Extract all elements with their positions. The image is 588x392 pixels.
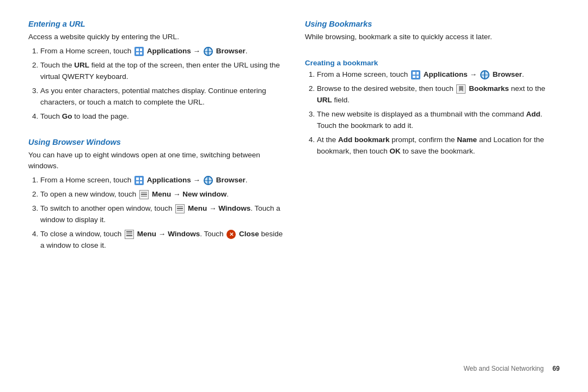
grid-cell bbox=[140, 52, 143, 55]
apps-icon-inner bbox=[136, 48, 142, 54]
browser-windows-steps: From a Home screen, touch Applications → bbox=[28, 175, 283, 252]
new-window-label: New window bbox=[182, 190, 226, 198]
menu-icon bbox=[139, 190, 149, 199]
menu-line bbox=[126, 231, 132, 232]
heading-entering-url: Entering a URL bbox=[28, 20, 283, 28]
url-label2: URL bbox=[317, 96, 332, 104]
browser-label: Browser bbox=[216, 176, 246, 184]
grid-cell bbox=[416, 72, 419, 75]
apps-icon bbox=[134, 47, 144, 56]
bookmarks-icon bbox=[456, 84, 465, 94]
entering-url-steps: From a Home screen, touch Applications → bbox=[28, 46, 283, 122]
list-item: Touch Go to load the page. bbox=[40, 111, 283, 122]
apps-icon-inner bbox=[413, 72, 419, 78]
grid-cell bbox=[140, 48, 143, 51]
list-item: The new website is displayed as a thumbn… bbox=[317, 109, 560, 132]
section-browser-windows: Using Browser Windows You can have up to… bbox=[28, 138, 283, 255]
grid-cell bbox=[136, 181, 139, 184]
page: Entering a URL Access a website quickly … bbox=[0, 0, 588, 392]
section-entering-url: Entering a URL Access a website quickly … bbox=[28, 20, 283, 126]
url-label: URL bbox=[74, 61, 89, 69]
page-footer: Web and Social Networking 69 bbox=[28, 359, 560, 372]
grid-cell bbox=[136, 177, 139, 180]
list-item: Browse to the desired website, then touc… bbox=[317, 83, 560, 106]
browser-label: Browser bbox=[216, 47, 246, 55]
right-column: Using Bookmarks While browsing, bookmark… bbox=[305, 20, 560, 359]
add-label: Add bbox=[526, 110, 540, 118]
globe-icon bbox=[204, 176, 213, 185]
menu-line bbox=[141, 192, 147, 193]
grid-cell bbox=[140, 177, 143, 180]
grid-cell bbox=[136, 48, 139, 51]
list-item: From a Home screen, touch Applications → bbox=[317, 69, 560, 81]
section-using-bookmarks: Using Bookmarks While browsing, bookmark… bbox=[305, 20, 560, 46]
applications-label: Applications bbox=[147, 176, 191, 184]
apps-icon-inner bbox=[136, 177, 142, 183]
menu-lines bbox=[141, 192, 147, 198]
content-columns: Entering a URL Access a website quickly … bbox=[28, 20, 560, 359]
list-item: To close a window, touch Menu → Windows.… bbox=[40, 229, 283, 252]
close-label: Close bbox=[239, 230, 259, 238]
browser-windows-intro: You can have up to eight windows open at… bbox=[28, 150, 283, 172]
menu-label: Menu bbox=[188, 204, 207, 212]
go-label: Go bbox=[62, 112, 72, 120]
globe-icon bbox=[480, 70, 489, 79]
list-item: From a Home screen, touch Applications → bbox=[40, 46, 283, 57]
menu-lines bbox=[126, 231, 132, 237]
x-icon: ✕ bbox=[226, 230, 236, 239]
section-creating-bookmark: Creating a bookmark From a Home screen, … bbox=[305, 58, 560, 160]
menu-label: Menu bbox=[137, 230, 156, 238]
ok-label: OK bbox=[390, 147, 401, 155]
footer-label: Web and Social Networking bbox=[463, 365, 543, 372]
menu-line bbox=[126, 235, 132, 236]
list-item: From a Home screen, touch Applications → bbox=[40, 175, 283, 186]
list-item: Touch the URL field at the top of the sc… bbox=[40, 60, 283, 83]
grid-cell bbox=[416, 76, 419, 78]
menu-icon bbox=[175, 204, 185, 213]
heading-browser-windows: Using Browser Windows bbox=[28, 138, 283, 146]
menu-line bbox=[141, 195, 147, 197]
creating-bookmark-steps: From a Home screen, touch Applications → bbox=[305, 69, 560, 157]
menu-label: Menu bbox=[152, 190, 171, 198]
name-label: Name bbox=[457, 136, 477, 144]
menu-line bbox=[126, 234, 132, 235]
menu-icon bbox=[125, 230, 134, 239]
windows-label: Windows bbox=[218, 204, 250, 212]
apps-icon bbox=[134, 176, 144, 185]
entering-url-intro: Access a website quickly by entering the… bbox=[28, 32, 283, 42]
footer-page-number: 69 bbox=[553, 365, 560, 372]
using-bookmarks-intro: While browsing, bookmark a site to quick… bbox=[305, 32, 560, 42]
grid-cell bbox=[413, 72, 415, 75]
menu-line bbox=[141, 194, 147, 195]
menu-line bbox=[177, 206, 183, 207]
menu-lines bbox=[177, 206, 183, 212]
grid-cell bbox=[140, 181, 143, 184]
add-bookmark-label: Add bookmark bbox=[338, 136, 390, 144]
list-item: To open a new window, touch Menu → New w… bbox=[40, 189, 283, 200]
menu-line bbox=[177, 210, 183, 211]
menu-line bbox=[177, 208, 183, 209]
applications-label: Applications bbox=[424, 70, 468, 78]
globe-icon bbox=[204, 47, 213, 56]
bookmarks-label: Bookmarks bbox=[469, 84, 509, 93]
apps-icon bbox=[411, 70, 420, 79]
left-column: Entering a URL Access a website quickly … bbox=[28, 20, 283, 359]
subheading-creating-bookmark: Creating a bookmark bbox=[305, 59, 560, 67]
grid-cell bbox=[136, 52, 139, 55]
windows-label: Windows bbox=[168, 230, 200, 238]
grid-cell bbox=[413, 76, 415, 78]
heading-using-bookmarks: Using Bookmarks bbox=[305, 20, 560, 28]
list-item: At the Add bookmark prompt, confirm the … bbox=[317, 134, 560, 157]
applications-label: Applications bbox=[147, 47, 191, 55]
list-item: As you enter characters, potential match… bbox=[40, 85, 283, 108]
browser-label: Browser bbox=[493, 70, 522, 78]
list-item: To switch to another open window, touch … bbox=[40, 203, 283, 226]
